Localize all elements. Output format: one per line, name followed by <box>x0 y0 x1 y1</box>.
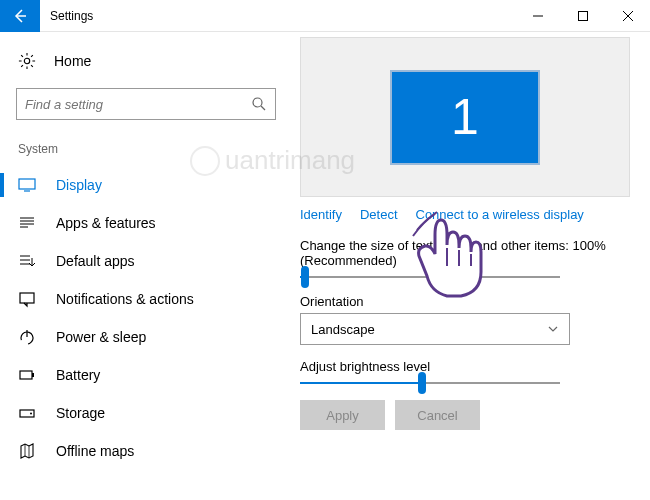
maximize-button[interactable] <box>560 0 605 32</box>
monitor-1[interactable]: 1 <box>390 70 540 165</box>
nav-label: Display <box>56 177 102 193</box>
brightness-slider[interactable] <box>300 382 560 384</box>
orientation-label: Orientation <box>300 294 630 309</box>
nav-item-offline-maps[interactable]: Offline maps <box>10 432 280 470</box>
close-icon <box>623 11 633 21</box>
chevron-down-icon <box>547 323 559 335</box>
brightness-slider-thumb[interactable] <box>418 372 426 394</box>
nav-label: Apps & features <box>56 215 156 231</box>
detect-link[interactable]: Detect <box>360 207 398 222</box>
home-label: Home <box>54 53 91 69</box>
maps-icon <box>18 442 36 460</box>
svg-point-5 <box>24 58 29 63</box>
svg-line-7 <box>261 106 265 110</box>
home-button[interactable]: Home <box>10 46 280 76</box>
svg-rect-22 <box>32 373 34 377</box>
identify-link[interactable]: Identify <box>300 207 342 222</box>
svg-rect-18 <box>20 293 34 303</box>
brightness-label: Adjust brightness level <box>300 359 630 374</box>
svg-point-24 <box>30 413 32 415</box>
svg-rect-2 <box>578 11 587 20</box>
power-icon <box>18 328 36 346</box>
nav-label: Battery <box>56 367 100 383</box>
apps-icon <box>18 214 36 232</box>
storage-icon <box>18 404 36 422</box>
default-apps-icon <box>18 252 36 270</box>
notifications-icon <box>18 290 36 308</box>
cancel-button[interactable]: Cancel <box>395 400 480 430</box>
scale-slider[interactable] <box>300 276 560 278</box>
nav-item-storage[interactable]: Storage <box>10 394 280 432</box>
nav-item-power[interactable]: Power & sleep <box>10 318 280 356</box>
nav-label: Storage <box>56 405 105 421</box>
monitor-number: 1 <box>451 88 479 146</box>
svg-rect-8 <box>19 179 35 189</box>
search-input[interactable] <box>25 97 251 112</box>
nav-item-default-apps[interactable]: Default apps <box>10 242 280 280</box>
display-preview: 1 <box>300 37 630 197</box>
gear-icon <box>18 52 36 70</box>
category-label: System <box>10 138 280 160</box>
apply-button[interactable]: Apply <box>300 400 385 430</box>
search-icon <box>251 96 267 112</box>
minimize-button[interactable] <box>515 0 560 32</box>
nav-label: Default apps <box>56 253 135 269</box>
nav-item-notifications[interactable]: Notifications & actions <box>10 280 280 318</box>
nav-item-battery[interactable]: Battery <box>10 356 280 394</box>
connect-wireless-link[interactable]: Connect to a wireless display <box>416 207 584 222</box>
main-panel: 1 Identify Detect Connect to a wireless … <box>290 32 650 500</box>
orientation-value: Landscape <box>311 322 375 337</box>
display-icon <box>18 176 36 194</box>
maximize-icon <box>578 11 588 21</box>
battery-icon <box>18 366 36 384</box>
window-title: Settings <box>50 9 93 23</box>
close-button[interactable] <box>605 0 650 32</box>
scale-label: Change the size of text, apps, and other… <box>300 238 630 268</box>
nav-item-display[interactable]: Display <box>10 166 280 204</box>
nav-label: Notifications & actions <box>56 291 194 307</box>
svg-rect-21 <box>20 371 32 379</box>
sidebar: Home System Display Apps & <box>0 32 290 500</box>
svg-point-6 <box>253 98 262 107</box>
back-arrow-icon <box>12 8 28 24</box>
nav-label: Offline maps <box>56 443 134 459</box>
scale-slider-thumb[interactable] <box>301 266 309 288</box>
orientation-dropdown[interactable]: Landscape <box>300 313 570 345</box>
search-box[interactable] <box>16 88 276 120</box>
back-button[interactable] <box>0 0 40 32</box>
minimize-icon <box>533 11 543 21</box>
nav-item-apps[interactable]: Apps & features <box>10 204 280 242</box>
nav-label: Power & sleep <box>56 329 146 345</box>
